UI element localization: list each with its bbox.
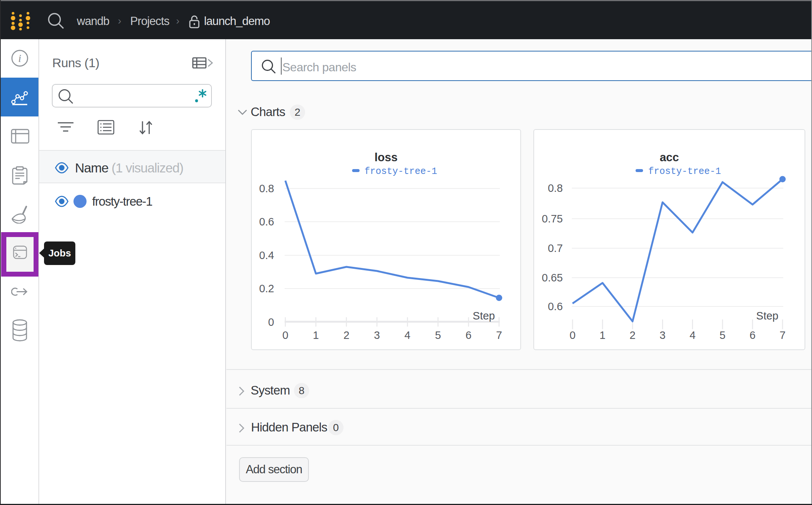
svg-text:6: 6	[750, 329, 756, 341]
svg-text:3: 3	[659, 329, 665, 341]
svg-text:4: 4	[404, 329, 410, 341]
svg-text:2: 2	[630, 329, 636, 341]
svg-text:0: 0	[570, 329, 576, 341]
svg-text:1: 1	[599, 329, 605, 341]
svg-text:2: 2	[344, 329, 349, 341]
svg-text:0.65: 0.65	[542, 272, 563, 284]
svg-text:5: 5	[719, 329, 725, 341]
svg-text:0.6: 0.6	[259, 216, 274, 228]
svg-text:1: 1	[313, 329, 319, 341]
svg-text:i: i	[18, 52, 21, 64]
svg-text:0.6: 0.6	[548, 300, 563, 312]
svg-text:Step: Step	[756, 310, 778, 322]
svg-text:0.2: 0.2	[259, 283, 274, 294]
svg-text:7: 7	[496, 329, 502, 341]
svg-text:0.7: 0.7	[548, 242, 563, 254]
svg-text:0.8: 0.8	[259, 183, 274, 194]
svg-text:6: 6	[465, 329, 471, 341]
svg-text:Step: Step	[473, 310, 495, 322]
svg-text:4: 4	[690, 329, 696, 341]
svg-text:5: 5	[435, 329, 441, 341]
svg-text:0.4: 0.4	[259, 249, 274, 261]
svg-text:0.8: 0.8	[548, 182, 563, 194]
svg-text:0.75: 0.75	[542, 213, 563, 225]
svg-text:0: 0	[268, 316, 274, 328]
svg-text:7: 7	[780, 329, 786, 341]
svg-text:3: 3	[374, 329, 380, 341]
svg-text:0: 0	[282, 329, 288, 341]
